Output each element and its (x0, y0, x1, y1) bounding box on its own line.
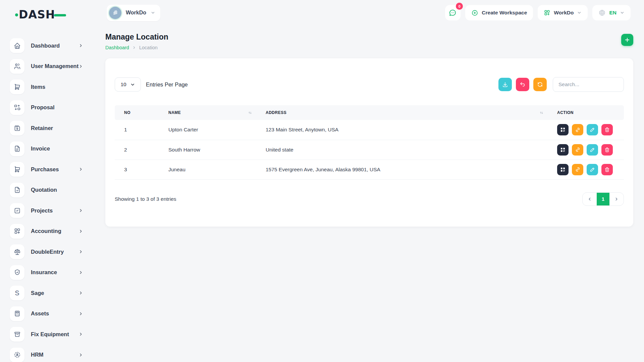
messages-button[interactable]: 0 (445, 5, 461, 20)
undo-icon (520, 81, 526, 87)
sidebar-item-label: Retainer (31, 125, 53, 131)
undo-button[interactable] (516, 78, 529, 91)
page-head: Manage Location Dashboard Location (105, 33, 633, 50)
logo-dot-icon (15, 13, 18, 16)
qrcode-button[interactable] (557, 144, 569, 156)
sidebar-item-user-management[interactable]: User Management (10, 59, 83, 74)
edit-button[interactable] (587, 144, 598, 156)
cell-no: 3 (115, 160, 162, 179)
delete-button[interactable] (601, 144, 613, 156)
next-page-button[interactable] (609, 192, 624, 206)
hrm-circle-icon (10, 348, 24, 362)
sort-icon[interactable] (539, 111, 544, 115)
sidebar-item-purchases[interactable]: Purchases (10, 162, 83, 177)
cell-no: 2 (115, 140, 162, 160)
checkbox-icon (10, 203, 24, 218)
search-input[interactable] (553, 77, 624, 92)
qrcode-button[interactable] (557, 164, 569, 175)
locations-table: NO NAME ADDRESS ACTION (115, 105, 624, 180)
table-row: 1 Upton Carter 123 Main Street, Anytown,… (115, 120, 624, 140)
link-icon (575, 147, 581, 153)
trash-icon (604, 127, 610, 132)
chevron-down-icon (577, 10, 582, 15)
workspace-menu-button[interactable]: WorkDo (538, 5, 588, 20)
link-icon (575, 127, 581, 133)
breadcrumb: Dashboard Location (105, 45, 168, 50)
current-page-button[interactable]: 1 (597, 192, 609, 206)
messages-badge: 0 (456, 3, 463, 10)
sidebar-item-doubleentry[interactable]: DoubleEntry (10, 244, 83, 259)
sidebar: DASH Dashboard User Management Items Pro… (0, 0, 95, 362)
language-selector[interactable]: EN (592, 5, 631, 20)
refresh-icon (537, 81, 543, 87)
column-header-no[interactable]: NO (115, 105, 162, 120)
users-icon (10, 59, 24, 74)
export-download-button[interactable] (498, 78, 512, 91)
qrcode-button[interactable] (557, 124, 569, 135)
toolbar-buttons (498, 77, 624, 92)
add-location-button[interactable] (621, 34, 633, 46)
column-header-name[interactable]: NAME (162, 105, 259, 120)
sidebar-item-insurance[interactable]: Insurance (10, 265, 83, 280)
sidebar-item-dashboard[interactable]: Dashboard (10, 38, 83, 53)
download-icon (502, 81, 508, 87)
sidebar-item-quotation[interactable]: Quotation (10, 183, 83, 197)
sidebar-item-accounting[interactable]: Accounting (10, 224, 83, 239)
workspace-avatar (109, 7, 121, 19)
sidebar-item-invoice[interactable]: Invoice (10, 141, 83, 156)
qrcode-icon (560, 167, 566, 172)
sidebar-item-sage[interactable]: S Sage (10, 286, 83, 300)
cart-icon (10, 79, 24, 94)
row-actions (557, 124, 617, 135)
cell-name: Upton Carter (162, 120, 259, 140)
sidebar-item-retainer[interactable]: Retainer (10, 121, 83, 135)
pencil-icon (590, 147, 595, 153)
sidebar-item-hrm[interactable]: HRM (10, 348, 83, 362)
chevron-down-icon (620, 10, 625, 15)
copy-link-button[interactable] (572, 144, 583, 156)
edit-button[interactable] (587, 164, 598, 175)
sidebar-item-proposal[interactable]: Proposal (10, 100, 83, 115)
sidebar-nav: Dashboard User Management Items Proposal… (10, 38, 95, 362)
entries-per-page-select[interactable]: 10 (115, 77, 141, 92)
copy-link-button[interactable] (572, 164, 583, 175)
breadcrumb-dashboard-link[interactable]: Dashboard (105, 45, 129, 50)
breadcrumb-current: Location (139, 45, 158, 50)
copy-link-button[interactable] (572, 124, 583, 135)
sidebar-item-label: Insurance (31, 269, 57, 276)
pencil-icon (590, 127, 595, 132)
home-icon (10, 38, 24, 53)
link-icon (575, 167, 581, 172)
sidebar-item-items[interactable]: Items (10, 79, 83, 94)
sidebar-item-label: Invoice (31, 145, 50, 152)
table-row: 3 Juneau 1575 Evergreen Ave, Juneau, Ala… (115, 160, 624, 179)
sidebar-item-fix-equipment[interactable]: Fix Equipment (10, 327, 83, 342)
sidebar-item-projects[interactable]: Projects (10, 203, 83, 218)
workspace-selector[interactable]: WorkDo (107, 5, 160, 21)
row-actions (557, 144, 617, 156)
create-workspace-button[interactable]: Create Workspace (465, 5, 533, 20)
previous-page-button[interactable] (583, 192, 597, 206)
edit-button[interactable] (587, 124, 598, 135)
cell-name: Juneau (162, 160, 259, 179)
language-code: EN (609, 10, 616, 16)
sidebar-item-assets[interactable]: Assets (10, 306, 83, 321)
sort-icon[interactable] (248, 111, 252, 115)
card-footer: Showing 1 to 3 of 3 entries 1 (115, 192, 624, 206)
column-header-action: ACTION (550, 105, 624, 120)
column-header-address[interactable]: ADDRESS (259, 105, 550, 120)
sidebar-item-label: HRM (31, 352, 44, 358)
file-text-icon (10, 141, 24, 156)
sidebar-item-label: Purchases (31, 166, 59, 173)
chevron-right-icon (78, 291, 83, 295)
brand-logo[interactable]: DASH (15, 9, 72, 22)
chevron-right-icon (78, 353, 83, 357)
floppy-icon (10, 121, 24, 135)
sidebar-item-label: Proposal (31, 104, 55, 111)
delete-button[interactable] (601, 124, 613, 135)
shield-check-icon (10, 265, 24, 280)
letter-s-icon: S (10, 286, 24, 300)
refresh-button[interactable] (533, 78, 547, 91)
logo-dash-bar-icon (54, 14, 66, 16)
delete-button[interactable] (601, 164, 613, 175)
